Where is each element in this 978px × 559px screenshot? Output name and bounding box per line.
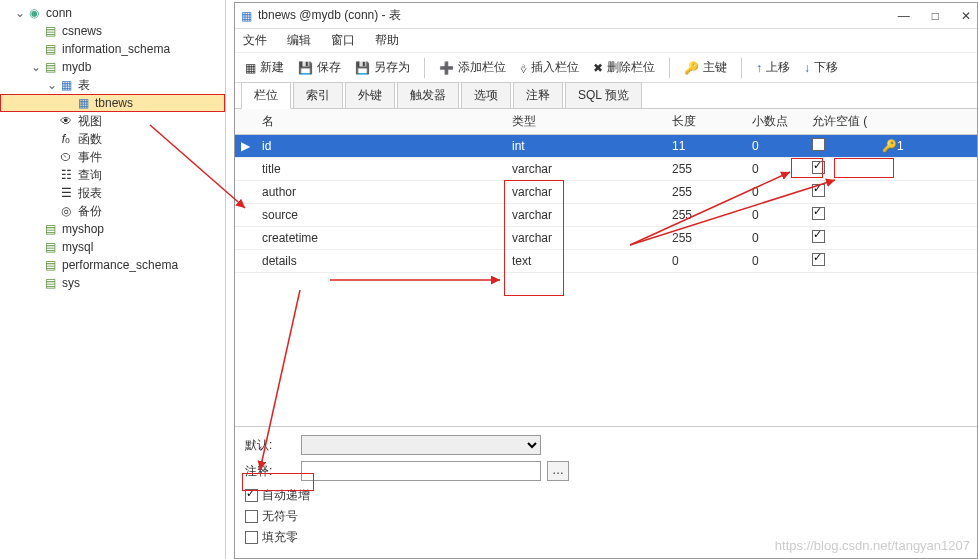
cell-length[interactable]: 255 [666,204,746,227]
tab-triggers[interactable]: 触发器 [397,82,459,108]
tab-columns[interactable]: 栏位 [241,82,291,109]
tree-table-tbnews[interactable]: ▦tbnews [0,94,225,112]
tree-db[interactable]: ▤information_schema [0,40,225,58]
col-length[interactable]: 长度 [666,109,746,135]
cell-allow-null[interactable] [806,227,876,250]
col-type[interactable]: 类型 [506,109,666,135]
move-up-button[interactable]: ↑上移 [752,57,794,78]
save-button[interactable]: 💾保存 [294,57,345,78]
tab-comment[interactable]: 注释 [513,82,563,108]
col-decimal[interactable]: 小数点 [746,109,806,135]
autoinc-checkbox[interactable] [245,489,258,502]
chevron-down-icon[interactable]: ⌄ [46,78,58,92]
tree-functions[interactable]: f₀函数 [0,130,225,148]
cell-decimal[interactable]: 0 [746,181,806,204]
menu-help[interactable]: 帮助 [375,32,399,49]
saveas-button[interactable]: 💾另存为 [351,57,414,78]
zerofill-checkbox[interactable] [245,531,258,544]
cell-type[interactable]: varchar [506,158,666,181]
tree-db[interactable]: ▤mysql [0,238,225,256]
cell-length[interactable]: 0 [666,250,746,273]
insert-column-button[interactable]: ⎀插入栏位 [516,57,583,78]
cell-length[interactable]: 255 [666,227,746,250]
cell-decimal[interactable]: 0 [746,250,806,273]
default-select[interactable] [301,435,541,455]
cell-allow-null[interactable] [806,135,876,158]
delete-column-button[interactable]: ✖删除栏位 [589,57,659,78]
cell-name[interactable]: author [256,181,506,204]
cell-key[interactable] [876,250,977,273]
cell-length[interactable]: 255 [666,158,746,181]
comment-more-button[interactable]: … [547,461,569,481]
cell-name[interactable]: title [256,158,506,181]
table-row[interactable]: ▶idint110🔑1 [235,135,977,158]
tab-sql-preview[interactable]: SQL 预览 [565,82,642,108]
tree-conn[interactable]: ⌄◉conn [0,4,225,22]
table-row[interactable]: titlevarchar2550 [235,158,977,181]
null-checkbox[interactable] [812,184,825,197]
col-allow-null[interactable]: 允许空值 ( [806,109,876,135]
cell-name[interactable]: id [256,135,506,158]
move-down-button[interactable]: ↓下移 [800,57,842,78]
menu-window[interactable]: 窗口 [331,32,355,49]
comment-input[interactable] [301,461,541,481]
cell-allow-null[interactable] [806,204,876,227]
cell-key[interactable] [876,158,977,181]
minimize-button[interactable]: — [898,9,910,23]
table-row[interactable]: authorvarchar2550 [235,181,977,204]
table-row[interactable]: sourcevarchar2550 [235,204,977,227]
cell-type[interactable]: int [506,135,666,158]
cell-allow-null[interactable] [806,158,876,181]
tree-db[interactable]: ▤sys [0,274,225,292]
cell-name[interactable]: details [256,250,506,273]
columns-grid[interactable]: 名 类型 长度 小数点 允许空值 ( ▶idint110🔑1titlevarch… [235,109,977,426]
cell-allow-null[interactable] [806,250,876,273]
table-row[interactable]: detailstext00 [235,250,977,273]
tree-db[interactable]: ▤performance_schema [0,256,225,274]
cell-name[interactable]: source [256,204,506,227]
tree-reports[interactable]: ☰报表 [0,184,225,202]
null-checkbox[interactable] [812,253,825,266]
cell-key[interactable]: 🔑1 [876,135,977,158]
cell-key[interactable] [876,181,977,204]
cell-decimal[interactable]: 0 [746,204,806,227]
close-button[interactable]: ✕ [961,9,971,23]
cell-length[interactable]: 11 [666,135,746,158]
cell-key[interactable] [876,204,977,227]
cell-allow-null[interactable] [806,181,876,204]
tree-tables[interactable]: ⌄▦表 [0,76,225,94]
cell-decimal[interactable]: 0 [746,135,806,158]
tab-foreign-keys[interactable]: 外键 [345,82,395,108]
col-key[interactable] [876,109,977,135]
tree-backup[interactable]: ◎备份 [0,202,225,220]
chevron-down-icon[interactable]: ⌄ [14,6,26,20]
tab-indexes[interactable]: 索引 [293,82,343,108]
chevron-down-icon[interactable]: ⌄ [30,60,42,74]
cell-decimal[interactable]: 0 [746,227,806,250]
col-name[interactable]: 名 [256,109,506,135]
tree-db-mydb[interactable]: ⌄▤mydb [0,58,225,76]
maximize-button[interactable]: □ [932,9,939,23]
null-checkbox[interactable] [812,138,825,151]
new-button[interactable]: ▦新建 [241,57,288,78]
add-column-button[interactable]: ➕添加栏位 [435,57,510,78]
null-checkbox[interactable] [812,230,825,243]
tab-options[interactable]: 选项 [461,82,511,108]
menu-file[interactable]: 文件 [243,32,267,49]
cell-type[interactable]: varchar [506,227,666,250]
menu-edit[interactable]: 编辑 [287,32,311,49]
cell-type[interactable]: text [506,250,666,273]
tree-queries[interactable]: ☷查询 [0,166,225,184]
cell-name[interactable]: createtime [256,227,506,250]
cell-type[interactable]: varchar [506,204,666,227]
unsigned-checkbox[interactable] [245,510,258,523]
primary-key-button[interactable]: 🔑主键 [680,57,731,78]
null-checkbox[interactable] [812,161,825,174]
tree-db[interactable]: ▤csnews [0,22,225,40]
tree-events[interactable]: ⏲事件 [0,148,225,166]
cell-type[interactable]: varchar [506,181,666,204]
cell-length[interactable]: 255 [666,181,746,204]
cell-decimal[interactable]: 0 [746,158,806,181]
table-row[interactable]: createtimevarchar2550 [235,227,977,250]
tree-db[interactable]: ▤myshop [0,220,225,238]
